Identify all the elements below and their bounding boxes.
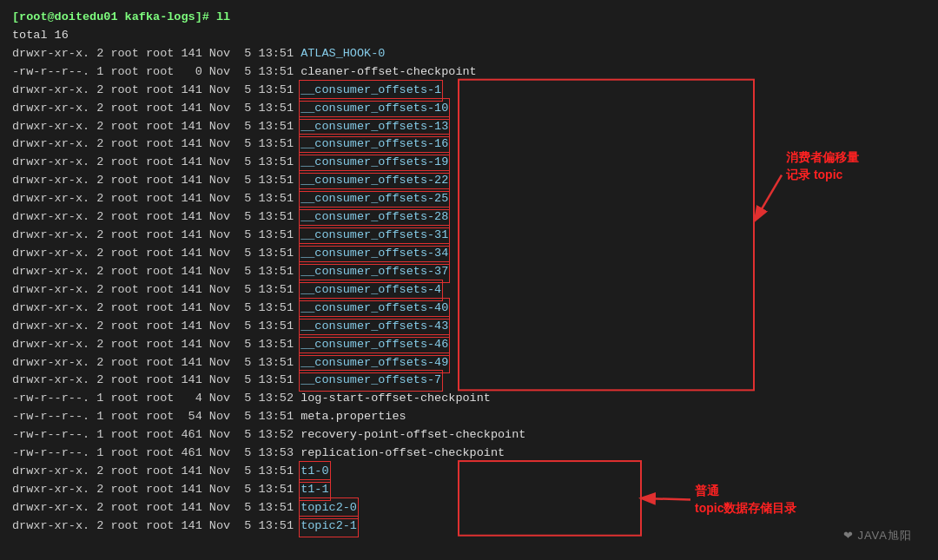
watermark: ❤ JAVA旭阳 (843, 527, 912, 544)
total-line: total 16 (12, 27, 926, 45)
table-row: drwxr-xr-x. 2 root root 141 Nov 5 13:51 … (12, 100, 926, 118)
prompt-text: [root@doitedu01 kafka-logs]# ll (12, 9, 230, 27)
table-row: -rw-r--r--. 1 root root 4 Nov 5 13:52 lo… (12, 390, 926, 408)
table-row: drwxr-xr-x. 2 root root 141 Nov 5 13:51 … (12, 318, 926, 336)
table-row: drwxr-xr-x. 2 root root 141 Nov 5 13:51 … (12, 354, 926, 372)
table-row: drwxr-xr-x. 2 root root 141 Nov 5 13:51 … (12, 463, 926, 481)
terminal-window: [root@doitedu01 kafka-logs]# ll total 16… (0, 0, 938, 560)
table-row: -rw-r--r--. 1 root root 461 Nov 5 13:52 … (12, 426, 926, 445)
table-row: -rw-r--r--. 1 root root 54 Nov 5 13:51 m… (12, 408, 926, 426)
table-row: drwxr-xr-x. 2 root root 141 Nov 5 13:51 … (12, 45, 926, 63)
table-row: drwxr-xr-x. 2 root root 141 Nov 5 13:51 … (12, 281, 926, 300)
table-row: drwxr-xr-x. 2 root root 141 Nov 5 13:51 … (12, 263, 926, 281)
prompt-line: [root@doitedu01 kafka-logs]# ll (12, 9, 926, 27)
table-row: drwxr-xr-x. 2 root root 141 Nov 5 13:51 … (12, 336, 926, 354)
table-row: drwxr-xr-x. 2 root root 141 Nov 5 13:51 … (12, 227, 926, 245)
table-row: drwxr-xr-x. 2 root root 141 Nov 5 13:51 … (12, 208, 926, 227)
table-row: drwxr-xr-x. 2 root root 141 Nov 5 13:51 … (12, 517, 926, 536)
table-row: -rw-r--r--. 1 root root 0 Nov 5 13:51 cl… (12, 63, 926, 82)
normal-annotation: 普通 topic数据存储目录 (695, 483, 796, 517)
table-row: drwxr-xr-x. 2 root root 141 Nov 5 13:51 … (12, 245, 926, 263)
consumer-annotation: 消费者偏移量 记录 topic (786, 149, 859, 183)
table-row: drwxr-xr-x. 2 root root 141 Nov 5 13:51 … (12, 190, 926, 208)
file-list: drwxr-xr-x. 2 root root 141 Nov 5 13:51 … (12, 45, 926, 536)
table-row: drwxr-xr-x. 2 root root 141 Nov 5 13:51 … (12, 82, 926, 100)
table-row: drwxr-xr-x. 2 root root 141 Nov 5 13:51 … (12, 372, 926, 390)
table-row: drwxr-xr-x. 2 root root 141 Nov 5 13:51 … (12, 118, 926, 136)
table-row: drwxr-xr-x. 2 root root 141 Nov 5 13:51 … (12, 300, 926, 318)
table-row: -rw-r--r--. 1 root root 461 Nov 5 13:53 … (12, 445, 926, 463)
